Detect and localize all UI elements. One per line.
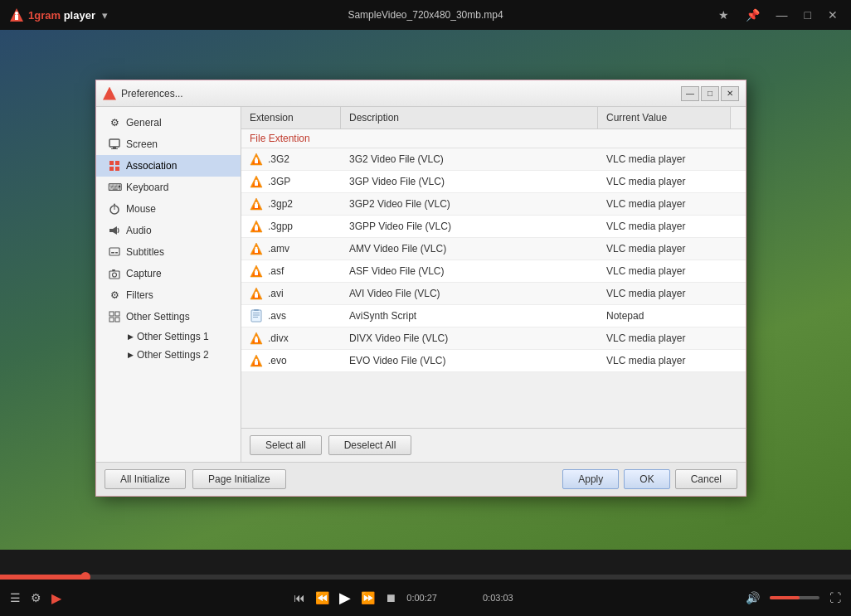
sidebar-item-audio[interactable]: Audio [96, 220, 241, 241]
svg-rect-39 [255, 226, 258, 230]
vlc-icon [250, 264, 263, 278]
svg-rect-35 [255, 204, 258, 208]
expand-icon-1: ▶ [128, 332, 134, 341]
sidebar-item-other-settings-2[interactable]: ▶ Other Settings 2 [119, 346, 241, 364]
td-current-value: VLC media player [598, 284, 731, 303]
vlc-icon [250, 354, 263, 367]
sidebar-item-screen[interactable]: Screen [96, 133, 241, 155]
footer-right-buttons: Apply OK Cancel [562, 469, 737, 489]
step-forward-button[interactable]: ⏩ [361, 591, 375, 604]
minimize-button[interactable]: — [771, 7, 793, 23]
table-row[interactable]: .3gpp 3GPP Video File (VLC) VLC media pl… [241, 216, 746, 238]
header-scrollbar-placeholder [731, 107, 746, 129]
sidebar-item-general-label: General [126, 117, 162, 129]
td-extension: .evo [241, 350, 341, 371]
all-initialize-button[interactable]: All Initialize [105, 469, 186, 489]
app-dropdown-icon[interactable]: ▾ [102, 9, 108, 22]
expand-icon-2: ▶ [128, 351, 134, 359]
sidebar-item-other-settings[interactable]: Other Settings [96, 306, 241, 327]
svg-rect-31 [255, 182, 258, 186]
td-current-value: Notepad [598, 306, 731, 326]
star-button[interactable]: ★ [713, 7, 734, 23]
fullscreen-button[interactable]: ⛶ [829, 591, 841, 604]
td-extension: .3gpp [241, 216, 341, 237]
svg-rect-43 [255, 249, 258, 253]
svg-rect-3 [109, 139, 119, 147]
vlc-icon [250, 242, 263, 255]
vlc-icon [250, 175, 263, 188]
controls-right: 🔊 ⛶ [746, 591, 841, 604]
svg-point-32 [255, 180, 258, 182]
sidebar-item-keyboard[interactable]: ⌨ Keyboard [96, 177, 241, 198]
current-time: 0:00:27 [406, 593, 437, 603]
rewind-button[interactable]: ⏮ [294, 591, 305, 604]
page-initialize-button[interactable]: Page Initialize [192, 469, 286, 489]
ext-text: .3GP [268, 176, 290, 187]
ext-text: .3gp2 [268, 198, 293, 210]
svg-point-12 [114, 204, 115, 206]
table-row[interactable]: .3G2 3G2 Video File (VLC) VLC media play… [241, 148, 746, 171]
capture-icon [108, 267, 121, 280]
cancel-button[interactable]: Cancel [675, 469, 737, 489]
sidebar-item-general[interactable]: ⚙ General [96, 112, 241, 133]
svg-rect-1 [15, 15, 18, 20]
audio-icon [108, 224, 121, 237]
youtube-button[interactable]: ▶ [51, 590, 61, 606]
table-row[interactable]: .evo EVO Video File (VLC) VLC media play… [241, 350, 746, 372]
preferences-sidebar: ⚙ General Screen Association ⌨ [96, 107, 241, 462]
dialog-close-button[interactable]: ✕ [721, 86, 739, 101]
stop-button[interactable]: ⏹ [385, 591, 396, 604]
dialog-maximize-button[interactable]: □ [701, 86, 719, 101]
sidebar-item-capture[interactable]: Capture [96, 263, 241, 284]
vlc-icon [250, 287, 263, 300]
vlc-icon [250, 220, 263, 233]
video-area: Preferences... — □ ✕ ⚙ General Sc [0, 30, 851, 550]
title-bar-controls: ★ 📌 — □ ✕ [713, 7, 843, 23]
table-header: Extension Description Current Value [241, 107, 746, 129]
ok-button[interactable]: OK [624, 469, 669, 489]
volume-icon[interactable]: 🔊 [746, 591, 760, 604]
select-all-button[interactable]: Select all [250, 435, 322, 455]
svg-point-52 [255, 292, 258, 294]
header-extension: Extension [241, 107, 341, 129]
footer-left-buttons: All Initialize Page Initialize [105, 469, 286, 489]
td-current-value: VLC media player [598, 261, 731, 281]
table-row[interactable]: .asf ASF Video File (VLC) VLC media play… [241, 260, 746, 283]
sidebar-item-mouse[interactable]: Mouse [96, 198, 241, 220]
dialog-title-text: Preferences... [121, 88, 183, 99]
svg-rect-54 [253, 313, 260, 313]
td-extension: .avs [241, 305, 341, 327]
step-back-button[interactable]: ⏪ [315, 591, 329, 604]
svg-rect-53 [251, 310, 261, 322]
sidebar-item-filters[interactable]: ⚙ Filters [96, 284, 241, 306]
settings-button[interactable]: ⚙ [31, 591, 41, 604]
deselect-all-button[interactable]: Deselect All [328, 435, 412, 455]
close-button[interactable]: ✕ [823, 7, 843, 23]
dialog-minimize-button[interactable]: — [681, 86, 699, 101]
other-settings-icon [108, 310, 121, 323]
app-logo: 1gram player [8, 7, 95, 23]
table-row[interactable]: .avs AviSynth Script Notepad [241, 305, 746, 327]
sidebar-item-association[interactable]: Association [96, 155, 241, 177]
volume-slider[interactable] [770, 596, 819, 599]
table-row[interactable]: .divx DIVX Video File (VLC) VLC media pl… [241, 327, 746, 350]
ext-text: .evo [268, 355, 287, 366]
svg-rect-64 [255, 361, 258, 365]
subtitles-icon [108, 245, 121, 259]
table-row[interactable]: .3gp2 3GP2 Video File (VLC) VLC media pl… [241, 193, 746, 216]
svg-point-44 [255, 247, 258, 250]
svg-point-28 [255, 158, 258, 160]
table-body[interactable]: File Extention .3G2 3G2 Video File (VLC)… [241, 129, 746, 428]
play-pause-button[interactable]: ▶ [339, 589, 351, 607]
playlist-button[interactable]: ☰ [10, 591, 21, 604]
apply-button[interactable]: Apply [562, 469, 619, 489]
maximize-button[interactable]: □ [800, 7, 816, 23]
pin-button[interactable]: 📌 [741, 7, 765, 23]
sidebar-item-filters-label: Filters [126, 289, 153, 301]
table-row[interactable]: .avi AVI Video File (VLC) VLC media play… [241, 283, 746, 305]
sidebar-item-other-settings-1[interactable]: ▶ Other Settings 1 [119, 327, 241, 346]
sidebar-item-subtitles[interactable]: Subtitles [96, 241, 241, 263]
table-row[interactable]: .3GP 3GP Video File (VLC) VLC media play… [241, 171, 746, 193]
table-row[interactable]: .amv AMV Video File (VLC) VLC media play… [241, 238, 746, 260]
svg-rect-4 [113, 147, 116, 148]
